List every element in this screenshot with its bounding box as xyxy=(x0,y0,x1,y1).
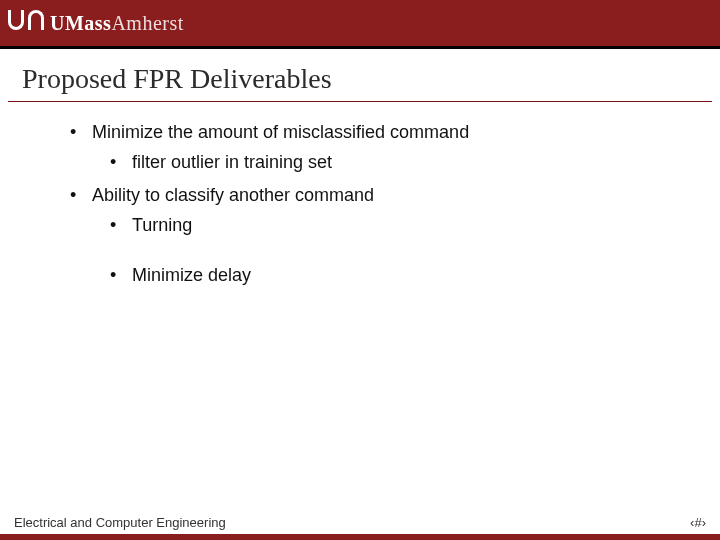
bullet-item: Minimize the amount of misclassified com… xyxy=(70,120,680,175)
sub-bullet-text: filter outlier in training set xyxy=(132,152,332,172)
sub-bullet-item: filter outlier in training set xyxy=(110,150,680,174)
slide-title: Proposed FPR Deliverables xyxy=(0,49,720,101)
footer-bar xyxy=(0,534,720,540)
brand-text: UMassAmherst xyxy=(50,12,184,35)
sub-bullet-text: Turning xyxy=(132,215,192,235)
brand-bar: UMassAmherst xyxy=(0,0,720,46)
bullet-text: Ability to classify another command xyxy=(92,185,374,205)
slide-body: Minimize the amount of misclassified com… xyxy=(0,102,720,287)
brand-text-part1: UMass xyxy=(50,12,111,34)
bullet-text: Minimize the amount of misclassified com… xyxy=(92,122,469,142)
slide: UMassAmherst Proposed FPR Deliverables M… xyxy=(0,0,720,540)
brand-text-part2: Amherst xyxy=(111,12,183,34)
brand-logo: UMassAmherst xyxy=(8,6,184,40)
umass-mark-icon xyxy=(8,6,44,40)
footer-page-number: ‹#› xyxy=(690,515,706,530)
bullet-item: Ability to classify another command Turn… xyxy=(70,183,680,288)
sub-bullet-item: Turning xyxy=(110,213,680,237)
slide-footer: Electrical and Computer Engineering ‹#› xyxy=(0,506,720,540)
sub-bullet-item: Minimize delay xyxy=(110,263,680,287)
sub-bullet-text: Minimize delay xyxy=(132,265,251,285)
footer-department: Electrical and Computer Engineering xyxy=(14,515,226,530)
